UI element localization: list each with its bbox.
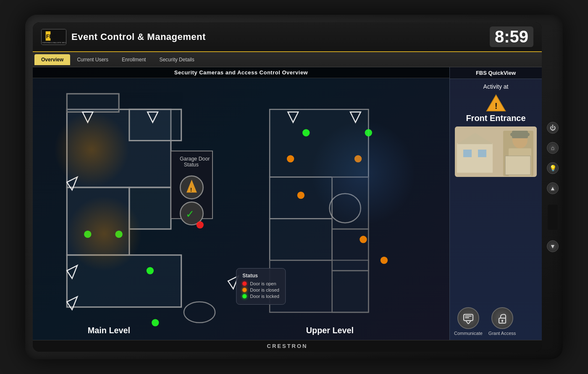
tab-overview[interactable]: Overview: [34, 54, 70, 65]
svg-point-67: [501, 320, 503, 321]
grant-access-button[interactable]: Grant Access: [488, 307, 516, 336]
svg-text:Upper Level: Upper Level: [306, 326, 354, 335]
power-button[interactable]: ⏻: [547, 122, 559, 134]
svg-rect-65: [465, 317, 469, 318]
svg-rect-64: [465, 316, 472, 316]
main-content: Security Cameras and Access Control Over…: [33, 67, 542, 340]
status-door-closed: Door is closed: [242, 287, 279, 292]
dot-orange: [242, 288, 247, 292]
grant-access-label: Grant Access: [488, 331, 516, 336]
side-controls: ⏻ ⌂ 💡 ▲ ▼: [547, 122, 559, 252]
svg-point-45: [360, 236, 367, 243]
tab-current-users[interactable]: Current Users: [70, 54, 115, 65]
svg-point-24: [197, 221, 204, 228]
status-door-locked: Door is locked: [242, 294, 279, 299]
camera-feed-svg: [455, 126, 537, 177]
svg-rect-52: [457, 143, 493, 173]
floor-plan-panel: Security Cameras and Access Control Over…: [33, 67, 449, 340]
camera-feed: [455, 126, 537, 177]
communicate-label: Communicate: [454, 331, 483, 336]
svg-text:✓: ✓: [186, 208, 194, 220]
activity-location: Front Entrance: [466, 113, 525, 123]
clock-display: 8:59: [490, 26, 533, 47]
svg-point-44: [297, 192, 304, 199]
svg-rect-5: [67, 187, 129, 255]
bottom-bar: CRESTRON: [33, 340, 542, 352]
device-frame: FBS FORTIFIED & BALLISTIC SECURITY Event…: [25, 15, 563, 359]
svg-rect-36: [332, 271, 369, 312]
communicate-button[interactable]: Communicate: [454, 307, 483, 336]
svg-point-42: [287, 155, 294, 162]
svg-rect-61: [505, 156, 530, 175]
light-button[interactable]: 💡: [547, 162, 559, 174]
svg-text:FBS: FBS: [46, 33, 57, 39]
svg-text:Status: Status: [184, 162, 199, 168]
down-button[interactable]: ▼: [547, 240, 559, 252]
app-title: Event Control & Management: [71, 32, 206, 42]
floor-plan-content: Garage Door Status ! ✓: [33, 78, 449, 338]
svg-text:!: !: [494, 101, 497, 111]
quickview-panel: FBS QuickView Activity at ! Front Entran…: [449, 67, 542, 340]
svg-rect-54: [463, 150, 472, 157]
svg-rect-9: [67, 94, 119, 112]
dot-red: [242, 282, 247, 286]
svg-point-26: [84, 231, 91, 238]
status-door-open: Door is open: [242, 281, 279, 286]
svg-rect-32: [270, 219, 332, 260]
svg-point-27: [115, 231, 122, 238]
svg-point-40: [302, 129, 310, 136]
dot-green: [242, 294, 247, 298]
svg-point-41: [365, 129, 372, 136]
fbs-logo: FBS FORTIFIED & BALLISTIC SECURITY: [41, 29, 66, 45]
svg-text:FORTIFIED & BALLISTIC SECURITY: FORTIFIED & BALLISTIC SECURITY: [42, 42, 66, 44]
quickview-header: FBS QuickView: [450, 67, 542, 79]
tab-security-details[interactable]: Security Details: [152, 54, 201, 65]
svg-rect-55: [478, 150, 486, 157]
quickview-body: Activity at ! Front Entrance: [450, 79, 542, 306]
grant-access-icon: [491, 307, 513, 329]
svg-text:!: !: [190, 187, 192, 193]
svg-point-46: [381, 257, 388, 264]
up-button[interactable]: ▲: [547, 182, 559, 194]
home-button[interactable]: ⌂: [547, 142, 559, 154]
svg-point-29: [152, 319, 159, 326]
warning-icon: !: [486, 94, 506, 112]
top-bar: FBS FORTIFIED & BALLISTIC SECURITY Event…: [33, 22, 542, 52]
svg-point-43: [354, 155, 362, 162]
svg-rect-6: [129, 187, 171, 229]
svg-marker-63: [466, 321, 471, 324]
nav-tabs: Overview Current Users Enrollment Securi…: [33, 52, 542, 67]
svg-text:Garage Door: Garage Door: [180, 156, 210, 162]
svg-point-28: [147, 267, 154, 274]
activity-prefix: Activity at: [483, 83, 509, 90]
svg-text:Main Level: Main Level: [88, 326, 130, 335]
screen: FBS FORTIFIED & BALLISTIC SECURITY Event…: [33, 22, 542, 352]
svg-rect-7: [67, 255, 181, 307]
tab-enrollment[interactable]: Enrollment: [115, 54, 152, 65]
quickview-actions: Communicate Grant Access: [450, 306, 542, 340]
scroll-block: [548, 205, 558, 230]
svg-point-25: [184, 302, 215, 323]
status-legend: Status Door is open Door is closed Door …: [236, 268, 286, 305]
legend-title: Status: [242, 273, 279, 279]
communicate-icon: [457, 307, 479, 329]
svg-rect-8: [129, 109, 181, 140]
logo-area: FBS FORTIFIED & BALLISTIC SECURITY Event…: [41, 29, 206, 45]
svg-rect-35: [332, 229, 369, 271]
brand-label: CRESTRON: [267, 343, 308, 349]
svg-rect-59: [512, 131, 528, 138]
panel-header: Security Cameras and Access Control Over…: [33, 67, 449, 78]
